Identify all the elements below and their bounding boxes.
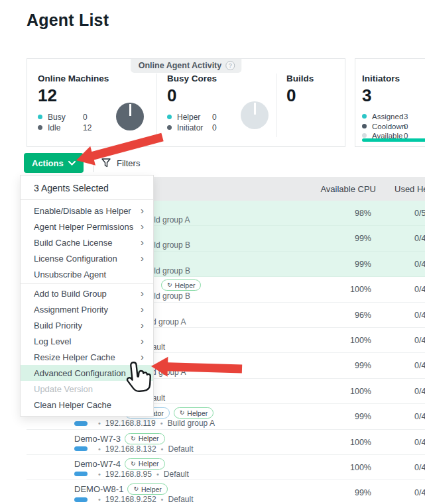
- menu-item-label: Log Level: [34, 336, 71, 346]
- legend-label: Busy: [48, 113, 66, 122]
- initiators-card: Initiators 3 Assigned3Cooldown0Available…: [355, 58, 425, 147]
- page-title: Agent List: [27, 11, 109, 30]
- legend-label: Assigned: [372, 113, 403, 121]
- legend-value: 0: [404, 122, 408, 132]
- submenu-chevron-icon: ›: [141, 304, 144, 314]
- available-cpu-value: 100%: [350, 438, 371, 447]
- helper-badge-icon: ↻: [131, 461, 136, 467]
- available-cpu-value: 100%: [350, 463, 371, 472]
- column-available-cpu[interactable]: Available CPU: [320, 184, 376, 194]
- available-cpu-value: 99%: [355, 488, 371, 497]
- agent-build-group: Default: [164, 470, 189, 479]
- used-helpers-value: 0/4: [414, 336, 425, 345]
- legend-dot-icon: [38, 125, 42, 130]
- submenu-chevron-icon: ›: [141, 336, 144, 346]
- menu-item-build-cache-license[interactable]: Build Cache License›: [21, 234, 153, 250]
- menu-item-label: Add to Build Group: [34, 289, 107, 299]
- used-helpers-value: 0/5: [414, 209, 425, 218]
- actions-button[interactable]: Actions: [24, 153, 84, 173]
- helper-badge: ↻Helper: [125, 433, 164, 444]
- bullet-separator: •: [98, 419, 101, 427]
- legend-value: 12: [83, 123, 91, 133]
- legend-item: Cooldown0: [362, 122, 425, 132]
- helper-badge-icon: ↻: [180, 410, 185, 416]
- filters-button[interactable]: Filters: [101, 158, 140, 168]
- available-cpu-value: 100%: [350, 387, 371, 396]
- section-title: Builds: [286, 74, 346, 83]
- used-helpers-value: 0/4: [414, 260, 425, 269]
- legend-dot-icon: [38, 115, 42, 119]
- used-helpers-value: 0/4: [414, 387, 425, 396]
- menu-header-selected-count: 3 Agents Selected: [21, 176, 153, 200]
- bullet-separator: •: [156, 470, 159, 478]
- helper-badge-icon: ↻: [131, 436, 136, 442]
- legend-dot-icon: [362, 133, 367, 138]
- agent-detail-line: •192.168.9.252•Default: [74, 495, 194, 504]
- available-cpu-value: 99%: [355, 361, 371, 370]
- menu-item-license-configuration[interactable]: License Configuration›: [21, 250, 153, 266]
- used-helpers-value: 0/4: [414, 488, 425, 497]
- legend-dot-icon: [362, 114, 367, 119]
- legend-label: Initiator: [177, 123, 203, 132]
- submenu-chevron-icon: ›: [141, 221, 144, 231]
- agent-ip: 192.168.8.95: [105, 470, 152, 479]
- menu-item-advanced-configuration[interactable]: Advanced Configuration: [21, 365, 153, 381]
- helper-badge: ↻Helper: [125, 458, 164, 470]
- online-agent-activity-card: Online Agent Activity ? Online Machines …: [27, 58, 345, 147]
- menu-item-update-version: Update Version: [21, 381, 153, 397]
- table-row-demo-w7-3[interactable]: Demo-W7-3↻Helper•192.168.8.132•Default10…: [27, 430, 425, 455]
- helper-badge-icon: ↻: [133, 486, 139, 492]
- toolbar-divider: [93, 154, 94, 172]
- available-cpu-value: 98%: [355, 209, 371, 218]
- legend-dot-icon: [167, 125, 172, 130]
- helper-badge: ↻Helper: [161, 279, 201, 291]
- online-machines-donut-chart: [116, 103, 144, 130]
- available-cpu-value: 100%: [350, 336, 371, 345]
- menu-item-resize-helper-cache[interactable]: Resize Helper Cache›: [21, 349, 153, 365]
- submenu-chevron-icon: ›: [141, 205, 144, 215]
- menu-item-clean-helper-cache[interactable]: Clean Helper Cache: [21, 397, 153, 413]
- table-row-demo-w7-4[interactable]: Demo-W7-4↻Helper•192.168.8.95•Default100…: [27, 455, 425, 480]
- menu-item-label: Advanced Configuration: [34, 368, 126, 378]
- available-cpu-value: 96%: [355, 311, 371, 320]
- legend-value: 0: [83, 112, 88, 123]
- badge-label: Helper: [139, 434, 159, 442]
- menu-item-label: Update Version: [34, 384, 93, 394]
- actions-dropdown-menu: 3 Agents Selected Enable/Disable as Help…: [20, 175, 154, 417]
- legend-label: Helper: [177, 113, 200, 122]
- menu-item-label: Clean Helper Cache: [34, 400, 111, 410]
- menu-divider: [21, 283, 153, 284]
- agent-name-line: Demo-W7-3↻Helper: [74, 433, 165, 444]
- menu-item-unsubscribe-agent[interactable]: Unsubscribe Agent: [21, 266, 153, 282]
- agent-ip: 192.168.8.132: [105, 444, 156, 454]
- menu-item-build-priority[interactable]: Build Priority›: [21, 317, 153, 333]
- section-title: Busy Cores: [167, 74, 276, 83]
- submenu-chevron-icon: ›: [141, 320, 144, 330]
- agent-name: Demo-W7-4: [74, 459, 121, 469]
- bullet-separator: •: [98, 445, 101, 453]
- legend-dot-icon: [167, 115, 172, 119]
- agent-build-group: Build group A: [168, 419, 215, 428]
- table-row-demo-w8-1[interactable]: DEMO-W8-1↻Helper•192.168.9.252•Default99…: [27, 480, 425, 504]
- actions-button-label: Actions: [32, 158, 64, 168]
- available-cpu-value: 99%: [355, 234, 371, 243]
- bullet-separator: •: [98, 495, 101, 503]
- agent-ip: 192.168.9.252: [105, 495, 156, 504]
- os-windows-pill-icon: [74, 421, 88, 426]
- agent-build-group: Default: [168, 495, 193, 504]
- column-used-helpers[interactable]: Used Help: [395, 184, 425, 194]
- menu-item-label: Build Priority: [34, 321, 82, 330]
- menu-item-add-to-build-group[interactable]: Add to Build Group›: [21, 285, 153, 301]
- menu-item-agent-helper-permissions[interactable]: Agent Helper Permissions›: [21, 219, 153, 234]
- agent-detail-line: •192.168.8.95•Default: [74, 470, 189, 479]
- section-value: 0: [286, 85, 346, 106]
- available-cpu-value: 100%: [350, 285, 371, 294]
- available-cpu-value: 99%: [355, 260, 371, 269]
- available-cpu-value: 99%: [355, 412, 371, 421]
- menu-item-log-level[interactable]: Log Level›: [21, 333, 153, 349]
- menu-item-label: Assignment Priority: [34, 305, 108, 315]
- badge-label: Helper: [175, 281, 196, 289]
- agent-name-line: DEMO-W8-1↻Helper: [74, 483, 168, 495]
- menu-item-enable-disable-as-helper[interactable]: Enable/Disable as Helper›: [21, 203, 153, 219]
- menu-item-assignment-priority[interactable]: Assignment Priority›: [21, 301, 153, 317]
